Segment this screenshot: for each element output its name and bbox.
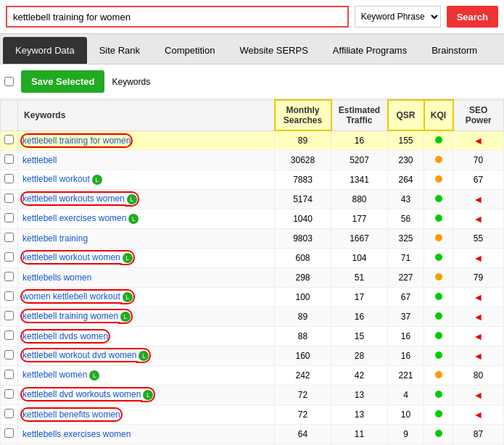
green-dot-icon <box>435 195 442 202</box>
seo-power: 79 <box>453 267 504 287</box>
qsr-value: 71 <box>388 248 424 267</box>
monthly-searches: 30628 <box>275 150 331 170</box>
qsr-value: 4 <box>388 385 424 404</box>
keyword-link[interactable]: kettlebells exercises women <box>22 429 131 439</box>
keyword-link[interactable]: kettlebell workouts women <box>22 194 125 204</box>
keyword-cell: kettlebell benefits women <box>18 404 275 424</box>
monthly-searches: 72 <box>275 385 331 404</box>
tab-affiliate-programs[interactable]: Affiliate Programs <box>321 37 419 64</box>
qsr-value: 230 <box>388 150 424 170</box>
row-checkbox[interactable] <box>4 428 14 438</box>
save-selected-button[interactable]: Save Selected <box>21 70 104 93</box>
row-checkbox-cell <box>1 424 18 444</box>
row-checkbox[interactable] <box>4 252 14 262</box>
row-checkbox[interactable] <box>4 174 14 183</box>
row-checkbox[interactable] <box>4 154 14 164</box>
keyword-phrase-select[interactable]: Keyword Phrase Exact Broad Title <box>355 6 441 28</box>
keyword-link[interactable]: kettlebell training for women <box>22 136 131 146</box>
tab-site-rank[interactable]: Site Rank <box>87 37 152 64</box>
estimated-traffic: 13 <box>331 404 388 424</box>
orange-dot-icon <box>435 273 442 280</box>
keyword-link[interactable]: kettlebell exercises women <box>22 213 126 223</box>
green-dot-icon <box>435 312 442 320</box>
row-checkbox[interactable] <box>4 194 14 203</box>
tab-brainstorm[interactable]: Brainstorm <box>419 37 489 64</box>
estimated-traffic: 104 <box>331 248 388 267</box>
keyword-link[interactable]: kettlebell women <box>22 370 87 380</box>
keyword-link[interactable]: kettlebell workout <box>22 174 90 184</box>
estimated-traffic: 13 <box>331 385 388 404</box>
keyword-cell: kettlebells women <box>18 267 275 287</box>
row-checkbox[interactable] <box>4 135 14 144</box>
row-checkbox[interactable] <box>4 389 14 399</box>
keyword-link[interactable]: kettlebell dvds women <box>22 331 108 341</box>
monthly-searches: 64 <box>275 424 331 444</box>
kqi-indicator <box>424 346 453 365</box>
search-input[interactable] <box>6 6 349 28</box>
estimated-traffic: 1341 <box>331 170 388 189</box>
monthly-searches: 89 <box>275 130 331 150</box>
select-all-checkbox[interactable] <box>4 77 14 86</box>
kqi-indicator <box>424 404 453 424</box>
row-checkbox[interactable] <box>4 272 14 281</box>
row-checkbox[interactable] <box>4 409 14 418</box>
row-checkbox[interactable] <box>4 213 14 222</box>
keyword-cell: kettlebell <box>18 150 275 170</box>
green-dot-icon <box>435 332 442 339</box>
keyword-green-icon: L <box>120 312 131 322</box>
keyword-green-icon: L <box>143 390 153 400</box>
green-dot-icon <box>435 293 442 300</box>
row-checkbox[interactable] <box>4 330 14 340</box>
seo-power: ◄ <box>453 130 504 150</box>
col-seo: SEO Power <box>453 100 504 130</box>
row-checkbox[interactable] <box>4 291 14 301</box>
col-check <box>1 100 18 130</box>
keyword-link[interactable]: women kettlebell workout <box>22 291 120 301</box>
red-arrow-icon: ◄ <box>474 350 484 362</box>
seo-power: ◄ <box>453 209 504 228</box>
row-checkbox[interactable] <box>4 233 14 242</box>
tab-website-serps[interactable]: Website SERPS <box>227 37 320 64</box>
keyword-table-container: Save Selected Keywords Keywords Monthly … <box>0 65 504 445</box>
search-button[interactable]: Search <box>447 6 498 28</box>
monthly-searches: 89 <box>275 307 331 326</box>
keyword-link[interactable]: kettlebell workout women <box>22 252 120 262</box>
qsr-value: 67 <box>388 287 424 307</box>
row-checkbox-cell <box>1 346 18 365</box>
tab-bar: Keyword Data Site Rank Competition Websi… <box>0 34 504 65</box>
row-checkbox-cell <box>1 385 18 404</box>
keyword-link[interactable]: kettlebell training women <box>22 311 118 321</box>
green-dot-icon <box>435 352 442 359</box>
estimated-traffic: 28 <box>331 346 388 365</box>
keyword-link[interactable]: kettlebell training <box>22 233 88 244</box>
row-checkbox[interactable] <box>4 311 14 320</box>
keyword-link[interactable]: kettlebell dvd workouts women <box>22 389 141 399</box>
keyword-link[interactable]: kettlebells women <box>22 273 91 283</box>
green-dot-icon <box>435 254 442 261</box>
keyword-link[interactable]: kettlebell <box>22 155 57 165</box>
estimated-traffic: 15 <box>331 326 388 346</box>
red-arrow-icon: ◄ <box>474 194 484 205</box>
kqi-indicator <box>424 150 453 170</box>
monthly-searches: 298 <box>275 267 331 287</box>
tab-keyword-data[interactable]: Keyword Data <box>3 37 87 64</box>
tab-competition[interactable]: Competition <box>152 37 227 64</box>
keyword-cell: kettlebell workoutL <box>18 170 275 189</box>
keyword-link[interactable]: kettlebell benefits women <box>22 409 120 420</box>
orange-dot-icon <box>435 175 442 183</box>
keyword-green-icon: L <box>128 214 139 224</box>
col-monthly: Monthly Searches <box>275 100 331 130</box>
monthly-searches: 160 <box>275 346 331 365</box>
kqi-indicator <box>424 170 453 189</box>
estimated-traffic: 16 <box>331 130 388 150</box>
row-checkbox[interactable] <box>4 350 14 359</box>
row-checkbox[interactable] <box>4 370 14 379</box>
col-traffic: Estimated Traffic <box>331 100 388 130</box>
red-arrow-icon: ◄ <box>474 311 484 323</box>
estimated-traffic: 880 <box>331 189 388 209</box>
orange-dot-icon <box>435 156 442 163</box>
kqi-indicator <box>424 365 453 385</box>
green-dot-icon <box>435 391 442 398</box>
keyword-link[interactable]: kettlebell workout dvd women <box>22 350 136 360</box>
qsr-value: 16 <box>388 346 424 365</box>
